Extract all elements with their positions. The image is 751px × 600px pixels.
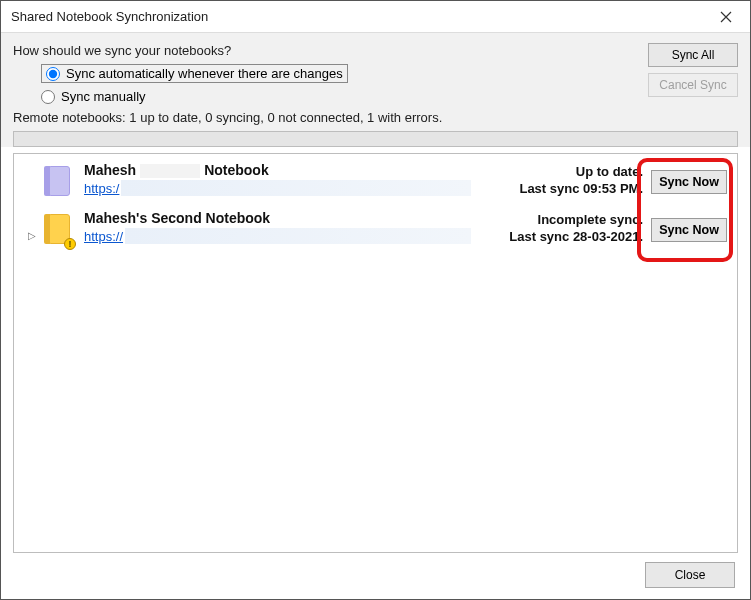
- remote-status: Remote notebooks: 1 up to date, 0 syncin…: [13, 110, 738, 125]
- cancel-sync-button: Cancel Sync: [648, 73, 738, 97]
- progress-strip: [13, 131, 738, 147]
- sync-all-button[interactable]: Sync All: [648, 43, 738, 67]
- notebook-row[interactable]: ▷ MaheshNotebook https:/ Up to date. Las…: [14, 160, 737, 208]
- sync-now-button[interactable]: Sync Now: [651, 218, 727, 242]
- radio-auto[interactable]: [46, 67, 60, 81]
- notebook-name: Mahesh's Second Notebook: [84, 210, 471, 226]
- notebook-list: ▷ MaheshNotebook https:/ Up to date. Las…: [13, 153, 738, 553]
- radio-manual-row[interactable]: Sync manually: [41, 89, 738, 104]
- dialog-footer: Close: [645, 562, 735, 588]
- redacted-url: [121, 180, 471, 196]
- notebook-status: Incomplete sync. Last sync 28-03-2021.: [471, 210, 651, 244]
- titlebar: Shared Notebook Synchronization: [1, 1, 750, 33]
- close-button[interactable]: Close: [645, 562, 735, 588]
- notebook-row[interactable]: ▷ ! Mahesh's Second Notebook https:// In…: [14, 208, 737, 256]
- sync-now-button[interactable]: Sync Now: [651, 170, 727, 194]
- window-close-button[interactable]: [704, 2, 748, 32]
- sync-prompt: How should we sync your notebooks?: [13, 43, 738, 58]
- notebook-name: MaheshNotebook: [84, 162, 471, 178]
- redacted-url: [125, 228, 471, 244]
- redacted-text: [140, 164, 200, 178]
- radio-manual-label: Sync manually: [61, 89, 146, 104]
- radio-auto-label: Sync automatically whenever there are ch…: [66, 66, 343, 81]
- notebook-icon: [44, 164, 74, 200]
- expand-icon[interactable]: ▷: [28, 230, 40, 242]
- notebook-status: Up to date. Last sync 09:53 PM.: [471, 162, 651, 196]
- notebook-icon: !: [44, 212, 74, 248]
- window-title: Shared Notebook Synchronization: [11, 9, 208, 24]
- warning-badge-icon: !: [64, 238, 76, 250]
- close-icon: [720, 11, 732, 23]
- notebook-url-link[interactable]: https:/: [84, 181, 119, 196]
- radio-manual[interactable]: [41, 90, 55, 104]
- options-area: How should we sync your notebooks? Sync …: [1, 33, 750, 147]
- notebook-url-link[interactable]: https://: [84, 229, 123, 244]
- radio-auto-row[interactable]: Sync automatically whenever there are ch…: [41, 64, 738, 83]
